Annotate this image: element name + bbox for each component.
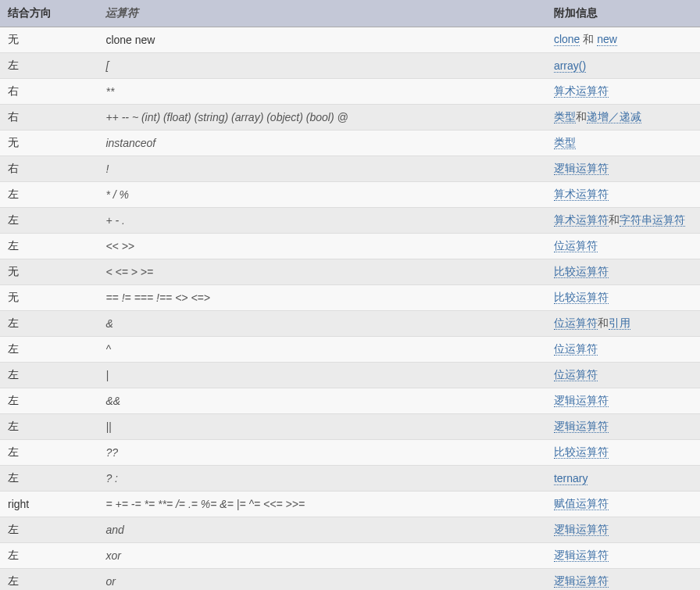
cell-operator: + - . — [98, 208, 545, 234]
cell-info: array() — [546, 53, 700, 79]
cell-info: 逻辑运算符 — [546, 517, 700, 543]
table-row: 左??比较运算符 — [0, 440, 700, 466]
doc-link[interactable]: 算术运算符 — [554, 84, 609, 98]
cell-info: 算术运算符 — [546, 182, 700, 208]
doc-link[interactable]: clone — [554, 33, 580, 46]
doc-link[interactable]: 位运算符 — [554, 368, 598, 381]
cell-associativity: right — [0, 492, 98, 517]
cell-info: 算术运算符和字符串运算符 — [546, 208, 700, 234]
doc-link[interactable]: 递增／递减 — [587, 110, 641, 123]
table-row: 左and逻辑运算符 — [0, 517, 700, 543]
doc-link[interactable]: 逻辑运算符 — [554, 420, 609, 433]
doc-link[interactable]: 逻辑运算符 — [554, 574, 609, 588]
cell-associativity: 无 — [0, 131, 98, 156]
header-associativity: 结合方向 — [0, 0, 98, 27]
cell-associativity: 右 — [0, 79, 98, 105]
cell-info: 逻辑运算符 — [546, 569, 700, 591]
doc-link[interactable]: 引用 — [609, 316, 630, 330]
cell-info: 逻辑运算符 — [546, 388, 700, 414]
doc-link[interactable]: 逻辑运算符 — [554, 394, 609, 407]
cell-operator: << >> — [98, 234, 545, 259]
cell-operator: ! — [98, 156, 545, 182]
cell-operator: & — [98, 311, 545, 337]
doc-link[interactable]: 算术运算符 — [554, 188, 609, 201]
cell-info: 逻辑运算符 — [546, 414, 700, 440]
cell-associativity: 左 — [0, 517, 98, 543]
table-row: 右++ -- ~ (int) (float) (string) (array) … — [0, 105, 700, 131]
doc-link[interactable]: 位运算符 — [554, 316, 598, 330]
info-text: 和 — [576, 110, 587, 123]
cell-info: 逻辑运算符 — [546, 543, 700, 569]
header-row: 结合方向 运算符 附加信息 — [0, 0, 700, 27]
cell-associativity: 左 — [0, 311, 98, 337]
cell-associativity: 左 — [0, 440, 98, 466]
cell-info: 位运算符和引用 — [546, 311, 700, 337]
doc-link[interactable]: 比较运算符 — [554, 291, 609, 304]
table-row: 左&位运算符和引用 — [0, 311, 700, 337]
doc-link[interactable]: new — [597, 33, 617, 46]
cell-operator: or — [98, 569, 545, 591]
cell-associativity: 左 — [0, 388, 98, 414]
cell-operator: ^ — [98, 337, 545, 363]
table-row: right= += -= *= **= /= .= %= &= |= ^= <<… — [0, 492, 700, 517]
doc-link[interactable]: 类型 — [554, 136, 576, 149]
cell-associativity: 右 — [0, 105, 98, 131]
cell-operator: < <= > >= — [98, 259, 545, 285]
doc-link[interactable]: 位运算符 — [554, 342, 598, 356]
cell-operator: | — [98, 363, 545, 388]
cell-info: 位运算符 — [546, 337, 700, 363]
cell-operator: xor — [98, 543, 545, 569]
doc-link[interactable]: 逻辑运算符 — [554, 549, 609, 562]
header-info: 附加信息 — [546, 0, 700, 27]
table-row: 左xor逻辑运算符 — [0, 543, 700, 569]
cell-associativity: 左 — [0, 182, 98, 208]
cell-operator: = += -= *= **= /= .= %= &= |= ^= <<= >>= — [98, 492, 545, 517]
table-row: 无== != === !== <> <=>比较运算符 — [0, 285, 700, 311]
table-row: 左+ - .算术运算符和字符串运算符 — [0, 208, 700, 234]
cell-associativity: 左 — [0, 569, 98, 591]
cell-operator: == != === !== <> <=> — [98, 285, 545, 311]
cell-info: 赋值运算符 — [546, 492, 700, 517]
cell-associativity: 右 — [0, 156, 98, 182]
cell-associativity: 左 — [0, 234, 98, 259]
table-row: 左<< >>位运算符 — [0, 234, 700, 259]
doc-link[interactable]: 逻辑运算符 — [554, 162, 609, 175]
table-row: 右**算术运算符 — [0, 79, 700, 105]
cell-associativity: 左 — [0, 414, 98, 440]
cell-operator: * / % — [98, 182, 545, 208]
cell-operator: ? : — [98, 466, 545, 492]
cell-associativity: 左 — [0, 466, 98, 492]
cell-operator: ** — [98, 79, 545, 105]
cell-associativity: 左 — [0, 53, 98, 79]
table-row: 无< <= > >=比较运算符 — [0, 259, 700, 285]
cell-info: clone 和 new — [546, 27, 700, 53]
doc-link[interactable]: 赋值运算符 — [554, 497, 609, 510]
doc-link[interactable]: 位运算符 — [554, 239, 598, 252]
cell-info: 比较运算符 — [546, 285, 700, 311]
doc-link[interactable]: 字符串运算符 — [620, 213, 685, 227]
doc-link[interactable]: ternary — [554, 472, 588, 485]
table-row: 左[array() — [0, 53, 700, 79]
cell-operator: and — [98, 517, 545, 543]
cell-associativity: 左 — [0, 337, 98, 363]
doc-link[interactable]: array() — [554, 59, 586, 73]
doc-link[interactable]: 算术运算符 — [554, 213, 609, 227]
doc-link[interactable]: 比较运算符 — [554, 265, 609, 278]
doc-link[interactable]: 比较运算符 — [554, 445, 609, 459]
table-row: 左||逻辑运算符 — [0, 414, 700, 440]
cell-info: 算术运算符 — [546, 79, 700, 105]
table-row: 左&&逻辑运算符 — [0, 388, 700, 414]
cell-associativity: 无 — [0, 27, 98, 53]
cell-associativity: 无 — [0, 259, 98, 285]
doc-link[interactable]: 逻辑运算符 — [554, 523, 609, 536]
cell-associativity: 左 — [0, 543, 98, 569]
cell-info: 类型和递增／递减 — [546, 105, 700, 131]
cell-operator: clone new — [98, 27, 545, 53]
cell-operator: || — [98, 414, 545, 440]
info-text: 和 — [598, 316, 609, 329]
table-row: 无clone newclone 和 new — [0, 27, 700, 53]
info-text: 和 — [609, 213, 620, 226]
cell-info: 比较运算符 — [546, 259, 700, 285]
doc-link[interactable]: 类型 — [554, 110, 576, 123]
cell-operator: instanceof — [98, 131, 545, 156]
